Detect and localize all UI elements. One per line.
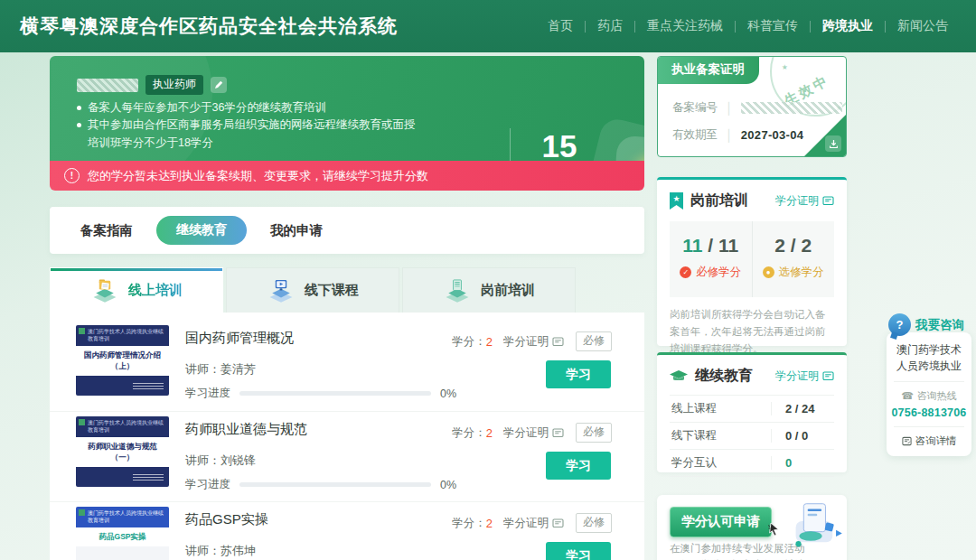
consult-link[interactable]: 我要咨询 <box>915 317 964 333</box>
nav-science[interactable]: 科普宣传 <box>736 18 810 34</box>
nav-home[interactable]: 首页 <box>536 18 585 34</box>
nav-cross-border[interactable]: 跨境执业 <box>811 18 885 34</box>
subtab-offline-course[interactable]: 线下课程 <box>226 267 399 313</box>
role-badge: 执业药师 <box>145 75 203 95</box>
pre-job-training-icon <box>443 278 472 303</box>
question-bubble-icon[interactable]: ? <box>888 313 911 336</box>
main-nav: 首页 药店 重点关注药械 科普宣传 跨境执业 新闻公告 <box>536 0 960 52</box>
tab-continuing-education[interactable]: 继续教育 <box>156 216 247 245</box>
credit-summary: 15 学分 <box>518 130 601 161</box>
table-row: 线上课程 2 / 24 <box>670 396 834 423</box>
form-icon <box>902 436 912 446</box>
hotline-number[interactable]: 0756-8813706 <box>891 406 967 419</box>
coin-icon: ● <box>763 266 774 278</box>
certificate-icon <box>822 370 834 382</box>
required-badge: 必修 <box>576 513 612 533</box>
course-thumbnail[interactable]: 澳门药学技术人员跨境执业继续教育培训 国内药师管理情况介绍（上） <box>76 325 169 396</box>
course-progress: 学习进度 0% <box>185 386 456 401</box>
continuing-card-header: 继续教育 学分证明 <box>657 355 847 386</box>
continuing-stats-table: 线上课程 2 / 24 线下课程 0 / 0 学分互认 0 <box>670 395 834 477</box>
edit-profile-button[interactable] <box>211 77 227 93</box>
graduation-cap-icon <box>670 370 688 383</box>
credit-rules: 备案人每年应参加不少于36学分的继续教育培训 其中参加由合作区商事服务局组织实施… <box>77 99 420 152</box>
subtab-online-training[interactable]: 线上培训 <box>50 267 223 313</box>
banner-divider <box>510 128 511 161</box>
elective-label: 选修学分 <box>779 265 824 280</box>
filing-number-label: 备案编号 <box>672 100 718 116</box>
elective-total: / 2 <box>791 235 812 256</box>
credit-cert-link[interactable]: 学分证明 <box>503 425 549 441</box>
continuing-cert-link[interactable]: 学分证明 <box>775 369 834 384</box>
star-badge-graphic: ★ <box>590 119 644 161</box>
course-meta: 学分： 2 学分证明 必修 <box>452 513 612 533</box>
tab-my-applications[interactable]: 我的申请 <box>270 222 323 239</box>
certificate-icon <box>822 195 834 207</box>
course-item: 澳门药学技术人员跨境执业继续教育培训 国内药师管理情况介绍（上） 国内药师管理概… <box>50 321 644 411</box>
consult-detail-label: 咨询详情 <box>915 434 957 448</box>
nav-news[interactable]: 新闻公告 <box>886 18 960 34</box>
exclamation-icon: ! <box>64 168 80 183</box>
progress-bar <box>239 391 431 396</box>
course-list: 澳门药学技术人员跨境执业继续教育培训 国内药师管理情况介绍（上） 国内药师管理概… <box>50 313 644 560</box>
valid-until-row: 有效期至 │ 2027-03-04 <box>672 127 803 143</box>
tab-filing-guide[interactable]: 备案指南 <box>80 222 133 239</box>
credit-prefix: 学分： <box>452 516 486 531</box>
credit-stats-box: 11 / 11 ✓ 必修学分 2 / 2 ● 选修学分 <box>670 221 834 297</box>
hotline-label: 咨询热线 <box>917 389 957 403</box>
filing-number-row: 备案编号 │ <box>672 100 842 116</box>
row-label: 学分互认 <box>670 455 771 471</box>
filing-number-redacted <box>741 102 842 114</box>
offline-course-icon <box>267 278 296 303</box>
credit-prefix: 学分： <box>452 334 486 350</box>
divider <box>894 426 964 427</box>
bookmark-star-icon: ★ <box>670 192 683 210</box>
primary-tabs: 备案指南 继续教育 我的申请 <box>50 207 644 254</box>
course-teacher: 讲师：姜清芳 <box>185 361 256 378</box>
course-progress: 学习进度 0% <box>185 477 456 492</box>
credit-recognition-card: 学分认可申请 在澳门参加持续专业发展活动取得的学分，记入当年的继续教育学分。 <box>657 495 847 560</box>
certificate-icon <box>552 518 564 529</box>
progress-label: 学习进度 <box>185 386 230 401</box>
course-title: 药师职业道德与规范 <box>185 421 307 438</box>
pre-job-cert-link[interactable]: 学分证明 <box>775 193 834 209</box>
pre-job-training-card: ★ 岗前培训 学分证明 11 / 11 ✓ 必修学分 2 / 2 ● <box>657 177 847 346</box>
consult-org-line2: 人员跨境执业 <box>891 358 967 374</box>
warning-text: 您的学分暂未达到执业备案续期、变更要求，请继续学习提升分数 <box>88 168 428 184</box>
credit-recognition-button[interactable]: 学分认可申请 <box>670 507 772 537</box>
course-title: 国内药师管理概况 <box>185 330 294 347</box>
credit-prefix: 学分： <box>452 425 486 441</box>
pre-job-note: 岗前培训所获得学分会自动记入备案首年，次年起将无法再通过岗前培训课程获得学分。 <box>670 306 834 358</box>
course-credit-value: 2 <box>486 426 493 440</box>
consult-detail-link[interactable]: 咨询详情 <box>891 434 967 448</box>
table-row: 学分互认 0 <box>670 450 834 477</box>
site-title: 横琴粤澳深度合作区药品安全社会共治系统 <box>20 14 398 39</box>
consult-card: 澳门药学技术 人员跨境执业 ☎ 咨询热线 0756-8813706 咨询详情 <box>887 332 971 456</box>
elective-current: 2 <box>774 235 785 256</box>
course-meta: 学分： 2 学分证明 必修 <box>452 423 612 443</box>
study-button[interactable]: 学习 <box>546 452 611 480</box>
credit-warning-bar: ! 您的学分暂未达到执业备案续期、变更要求，请继续学习提升分数 <box>50 161 644 191</box>
subtab-pre-job-training[interactable]: 岗前培训 <box>402 267 576 313</box>
study-button[interactable]: 学习 <box>546 360 611 388</box>
credit-cert-link[interactable]: 学分证明 <box>503 334 549 350</box>
download-icon[interactable] <box>825 135 841 152</box>
cert-link-label: 学分证明 <box>775 369 819 384</box>
required-badge: 必修 <box>576 423 612 443</box>
study-button[interactable]: 学习 <box>546 542 611 560</box>
phone-icon: ☎ <box>901 390 914 402</box>
course-thumbnail[interactable]: 澳门药学技术人员跨境执业继续教育培训 药品GSP实操 <box>76 507 169 560</box>
pencil-icon <box>214 80 223 89</box>
progress-label: 学习进度 <box>185 477 230 492</box>
required-credit-column: 11 / 11 ✓ 必修学分 <box>670 221 752 297</box>
page: 横琴粤澳深度合作区药品安全社会共治系统 首页 药店 重点关注药械 科普宣传 跨境… <box>0 0 976 560</box>
user-name-redacted <box>77 79 138 92</box>
rule-line: 备案人每年应参加不少于36学分的继续教育培训 <box>77 99 420 117</box>
nav-pharmacy[interactable]: 药店 <box>586 18 634 34</box>
nav-key-devices[interactable]: 重点关注药械 <box>635 18 735 34</box>
credit-cert-link[interactable]: 学分证明 <box>503 516 549 531</box>
valid-until-value: 2027-03-04 <box>741 128 804 142</box>
thumb-title-text: 药师职业道德与规范（一） <box>76 437 169 467</box>
cursor-icon <box>767 522 781 537</box>
divider <box>894 381 964 382</box>
course-thumbnail[interactable]: 澳门药学技术人员跨境执业继续教育培训 药师职业道德与规范（一） <box>76 416 169 487</box>
